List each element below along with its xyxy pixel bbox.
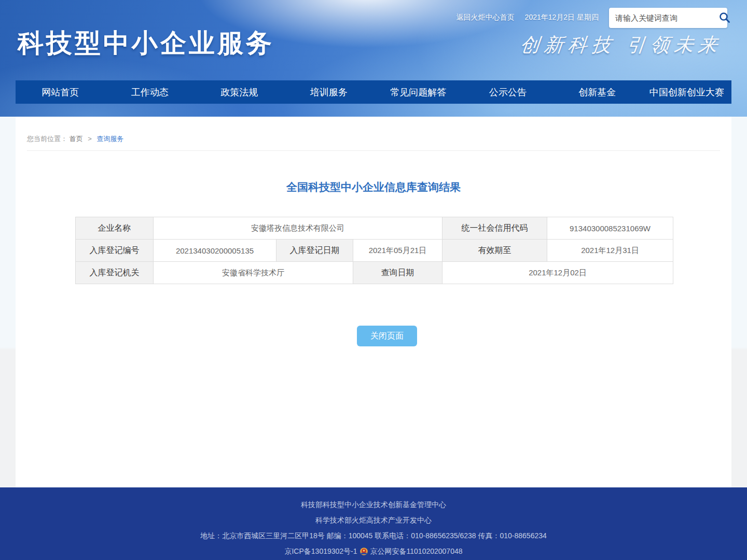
breadcrumb-prefix: 您当前位置： (27, 135, 67, 143)
nav-item-faq[interactable]: 常见问题解答 (374, 80, 463, 104)
site-slogan: 创新科技 引领未来 (519, 32, 724, 58)
table-row: 入库登记编号 202134030200005135 入库登记日期 2021年05… (76, 240, 673, 262)
value-credit-code: 91340300085231069W (547, 217, 673, 240)
nav-item-innovation-fund[interactable]: 创新基金 (552, 80, 642, 104)
breadcrumb-current-link[interactable]: 查询服务 (96, 135, 123, 143)
public-security-badge-icon (359, 547, 368, 556)
label-registration-authority: 入库登记机关 (76, 262, 154, 284)
breadcrumb-divider (27, 150, 720, 151)
site-header: 返回火炬中心首页 2021年12月2日 星期四 科技型中小企业服务 创新科技 引… (0, 0, 747, 117)
value-registration-authority: 安徽省科学技术厅 (154, 262, 353, 284)
label-registration-number: 入库登记编号 (76, 240, 154, 262)
search-box (609, 8, 727, 28)
nav-item-work-news[interactable]: 工作动态 (105, 80, 195, 104)
nav-item-competition[interactable]: 中国创新创业大赛 (642, 80, 732, 104)
value-valid-until: 2021年12月31日 (547, 240, 673, 262)
label-credit-code: 统一社会信用代码 (442, 217, 547, 240)
footer-registration-line: 京ICP备13019302号-1 京公网安备11010202007048 (0, 548, 747, 555)
label-valid-until: 有效期至 (442, 240, 547, 262)
footer-contact-line: 地址：北京市西城区三里河二区甲18号 邮编：100045 联系电话：010-88… (0, 532, 747, 539)
value-registration-date: 2021年05月21日 (353, 240, 442, 262)
nav-item-home[interactable]: 网站首页 (16, 80, 105, 104)
nav-item-announcements[interactable]: 公示公告 (463, 80, 553, 104)
footer-org-line-2: 科学技术部火炬高技术产业开发中心 (0, 516, 747, 524)
table-row: 入库登记机关 安徽省科学技术厅 查询日期 2021年12月02日 (76, 262, 673, 284)
content-card: 您当前位置： 首页 > 查询服务 全国科技型中小企业信息库查询结果 企业名称 安… (16, 117, 731, 487)
label-company-name: 企业名称 (76, 217, 154, 240)
icp-link[interactable]: 京ICP备13019302号-1 (284, 548, 357, 555)
search-icon (718, 11, 731, 24)
current-date: 2021年12月2日 星期四 (525, 13, 599, 22)
close-page-button[interactable]: 关闭页面 (357, 326, 417, 346)
table-row: 企业名称 安徽塔孜信息技术有限公司 统一社会信用代码 9134030008523… (76, 217, 673, 240)
breadcrumb-home-link[interactable]: 首页 (70, 135, 83, 143)
torch-home-link[interactable]: 返回火炬中心首页 (457, 13, 515, 22)
site-footer: 科技部科技型中小企业技术创新基金管理中心 科学技术部火炬高技术产业开发中心 地址… (0, 487, 747, 560)
result-table: 企业名称 安徽塔孜信息技术有限公司 统一社会信用代码 9134030008523… (75, 217, 673, 284)
footer-org-line-1: 科技部科技型中小企业技术创新基金管理中心 (0, 501, 747, 508)
label-registration-date: 入库登记日期 (276, 240, 353, 262)
security-registration-link[interactable]: 京公网安备11010202007048 (370, 548, 463, 555)
value-registration-number: 202134030200005135 (154, 240, 276, 262)
topbar: 返回火炬中心首页 2021年12月2日 星期四 (457, 7, 727, 29)
site-logo: 科技型中小企业服务 (18, 26, 274, 61)
search-button[interactable] (718, 10, 731, 25)
nav-item-policies[interactable]: 政策法规 (195, 80, 284, 104)
search-input[interactable] (615, 13, 718, 22)
value-company-name: 安徽塔孜信息技术有限公司 (154, 217, 442, 240)
nav-item-training[interactable]: 培训服务 (284, 80, 374, 104)
breadcrumb-separator: > (88, 135, 92, 143)
breadcrumb: 您当前位置： 首页 > 查询服务 (16, 117, 731, 144)
page: 返回火炬中心首页 2021年12月2日 星期四 科技型中小企业服务 创新科技 引… (0, 0, 747, 560)
value-query-date: 2021年12月02日 (442, 262, 673, 284)
main-nav: 网站首页 工作动态 政策法规 培训服务 常见问题解答 公示公告 创新基金 中国创… (16, 80, 731, 104)
label-query-date: 查询日期 (353, 262, 442, 284)
page-title: 全国科技型中小企业信息库查询结果 (16, 180, 731, 194)
